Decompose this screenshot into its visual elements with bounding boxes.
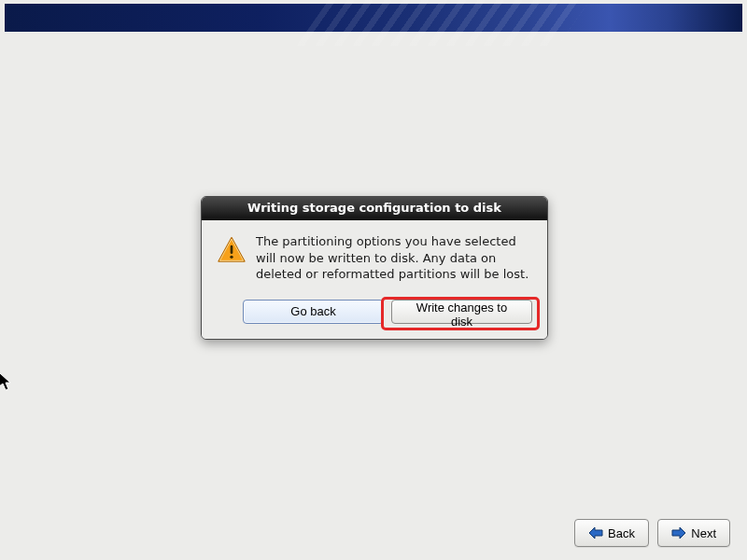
confirm-dialog: Writing storage configuration to disk Th… (201, 196, 548, 340)
mouse-cursor-icon (0, 371, 13, 392)
go-back-button[interactable]: Go back (243, 300, 384, 324)
dialog-message: The partitioning options you have select… (256, 233, 532, 283)
arrow-left-icon (588, 526, 603, 539)
back-button-label: Back (608, 526, 635, 540)
arrow-right-icon (671, 526, 686, 539)
back-button[interactable]: Back (574, 519, 649, 547)
warning-icon (217, 235, 247, 265)
dialog-message-row: The partitioning options you have select… (217, 233, 532, 283)
dialog-button-row: Go back Write changes to disk (243, 300, 532, 324)
dialog-title: Writing storage configuration to disk (202, 197, 547, 220)
next-button[interactable]: Next (657, 519, 730, 547)
write-changes-button[interactable]: Write changes to disk (391, 300, 532, 324)
header-stripes (296, 0, 590, 46)
dialog-body: The partitioning options you have select… (202, 220, 547, 339)
svg-point-1 (230, 256, 233, 259)
header-banner (5, 4, 742, 32)
svg-rect-0 (231, 245, 233, 254)
next-button-label: Next (691, 526, 716, 540)
